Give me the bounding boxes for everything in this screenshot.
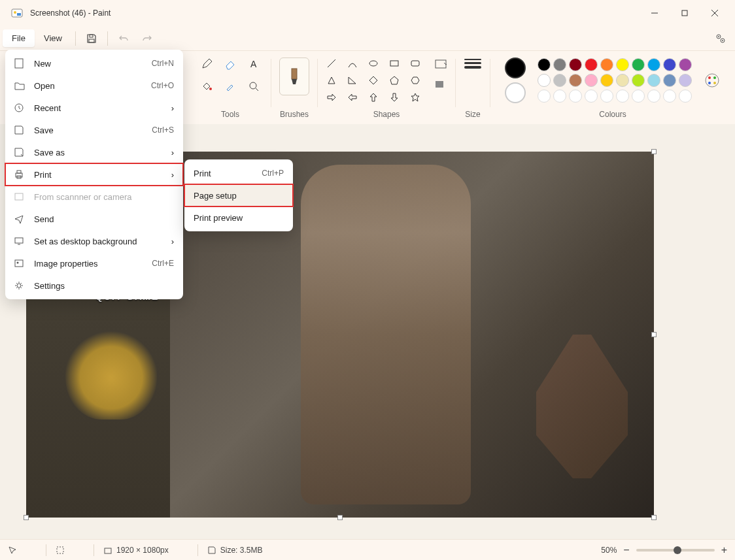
svg-rect-29 bbox=[436, 81, 443, 88]
shape-arrow-down-icon[interactable] bbox=[388, 91, 400, 103]
shape-star-icon[interactable] bbox=[409, 91, 421, 103]
fill-icon[interactable] bbox=[200, 80, 213, 93]
color-swatch[interactable] bbox=[600, 90, 613, 103]
redo-icon[interactable] bbox=[135, 29, 159, 48]
color-swatch[interactable] bbox=[600, 74, 613, 87]
close-button[interactable] bbox=[700, 3, 730, 24]
svg-point-32 bbox=[713, 76, 716, 79]
new-file-icon bbox=[14, 58, 26, 69]
svg-line-18 bbox=[328, 59, 335, 67]
shape-arrow-right-icon[interactable] bbox=[326, 91, 337, 103]
resize-handle[interactable] bbox=[651, 149, 657, 154]
zoom-in-button[interactable]: + bbox=[721, 544, 727, 556]
color-swatch[interactable] bbox=[585, 90, 598, 103]
color-swatch[interactable] bbox=[585, 74, 598, 87]
menu-item-settings[interactable]: Settings bbox=[5, 274, 183, 297]
color-swatch[interactable] bbox=[647, 74, 660, 87]
color-swatch[interactable] bbox=[569, 90, 582, 103]
color-swatch[interactable] bbox=[553, 74, 566, 87]
color-swatch[interactable] bbox=[553, 90, 566, 103]
shape-line-icon[interactable] bbox=[326, 58, 337, 69]
color-swatch[interactable] bbox=[663, 90, 676, 103]
color-swatch[interactable] bbox=[632, 74, 645, 87]
undo-icon[interactable] bbox=[112, 29, 135, 48]
menu-item-new[interactable]: NewCtrl+N bbox=[5, 52, 183, 74]
zoom-slider[interactable] bbox=[636, 549, 715, 552]
resize-handle[interactable] bbox=[651, 515, 657, 520]
minimize-button[interactable] bbox=[640, 3, 670, 24]
shape-diamond-icon[interactable] bbox=[368, 74, 379, 86]
color-swatch[interactable] bbox=[616, 58, 629, 71]
zoom-out-button[interactable]: − bbox=[623, 544, 629, 556]
resize-handle[interactable] bbox=[337, 515, 343, 520]
shapes-grid[interactable] bbox=[326, 58, 422, 103]
shape-rect-icon[interactable] bbox=[388, 58, 400, 69]
color-swatch[interactable] bbox=[569, 58, 582, 71]
color-swatch[interactable] bbox=[538, 58, 551, 71]
submenu-item-print[interactable]: PrintCtrl+P bbox=[184, 162, 293, 184]
color-swatch[interactable] bbox=[600, 58, 613, 71]
color-swatch[interactable] bbox=[647, 90, 660, 103]
chevron-right-icon: › bbox=[171, 103, 174, 113]
menu-item-open[interactable]: OpenCtrl+O bbox=[5, 74, 183, 97]
color-swatch[interactable] bbox=[616, 74, 629, 87]
resize-handle[interactable] bbox=[24, 515, 29, 520]
color-swatch[interactable] bbox=[538, 90, 551, 103]
brush-selector[interactable] bbox=[279, 58, 309, 95]
color-swatch[interactable] bbox=[553, 58, 566, 71]
menu-item-print[interactable]: Print› bbox=[5, 163, 183, 186]
color-swatch[interactable] bbox=[632, 58, 645, 71]
settings-icon[interactable] bbox=[709, 29, 732, 48]
color-swatch[interactable] bbox=[585, 58, 598, 71]
shape-triangle-icon[interactable] bbox=[347, 74, 358, 86]
shape-roundrect-icon[interactable] bbox=[409, 58, 421, 69]
menu-file[interactable]: File bbox=[3, 29, 35, 47]
color-swatch[interactable] bbox=[616, 90, 629, 103]
color-swatch[interactable] bbox=[679, 74, 692, 87]
color-swatch[interactable] bbox=[538, 74, 551, 87]
color-swatch[interactable] bbox=[632, 90, 645, 103]
eraser-icon[interactable] bbox=[224, 58, 237, 71]
shape-outline-icon[interactable] bbox=[434, 58, 447, 71]
folder-open-icon bbox=[14, 81, 26, 90]
shape-pentagon-icon[interactable] bbox=[388, 74, 400, 86]
color-swatch[interactable] bbox=[663, 58, 676, 71]
color-swatch[interactable] bbox=[663, 74, 676, 87]
color-secondary[interactable] bbox=[505, 82, 526, 103]
svg-rect-28 bbox=[436, 60, 446, 68]
save-icon[interactable] bbox=[80, 29, 103, 48]
shape-arrow-up-icon[interactable] bbox=[368, 91, 379, 103]
submenu-item-print-preview[interactable]: Print preview bbox=[184, 206, 293, 229]
menu-item-send[interactable]: Send bbox=[5, 208, 183, 230]
shape-oval-icon[interactable] bbox=[368, 58, 379, 69]
menu-item-image-properties[interactable]: Image propertiesCtrl+E bbox=[5, 252, 183, 274]
resize-handle[interactable] bbox=[651, 332, 657, 337]
color-primary[interactable] bbox=[505, 58, 526, 78]
text-icon[interactable]: A bbox=[247, 58, 260, 71]
shape-hexagon-icon[interactable] bbox=[409, 74, 421, 86]
submenu-item-page-setup[interactable]: Page setup bbox=[184, 184, 293, 206]
canvas-content-figure bbox=[301, 165, 471, 504]
size-selector[interactable] bbox=[464, 58, 482, 69]
color-swatch[interactable] bbox=[679, 58, 692, 71]
color-swatch[interactable] bbox=[679, 90, 692, 103]
magnifier-icon[interactable] bbox=[247, 80, 260, 93]
maximize-button[interactable] bbox=[670, 3, 700, 24]
canvas-content-axe bbox=[536, 335, 628, 478]
shape-arrow-left-icon[interactable] bbox=[347, 91, 358, 103]
color-swatch[interactable] bbox=[647, 58, 660, 71]
eyedropper-icon[interactable] bbox=[224, 80, 237, 93]
menu-item-save[interactable]: SaveCtrl+S bbox=[5, 119, 183, 141]
shape-polygon-icon[interactable] bbox=[326, 74, 337, 86]
menu-item-recent[interactable]: Recent› bbox=[5, 97, 183, 119]
pencil-icon[interactable] bbox=[200, 58, 213, 71]
edit-colors-icon[interactable] bbox=[704, 72, 721, 89]
menu-item-desktop-background[interactable]: Set as desktop background› bbox=[5, 230, 183, 252]
menu-item-save-as[interactable]: Save as› bbox=[5, 141, 183, 163]
color-swatch[interactable] bbox=[569, 74, 582, 87]
svg-rect-2 bbox=[17, 13, 21, 16]
file-menu: NewCtrl+N OpenCtrl+O Recent› SaveCtrl+S … bbox=[5, 50, 183, 299]
shape-curve-icon[interactable] bbox=[347, 58, 358, 69]
menu-view[interactable]: View bbox=[35, 29, 71, 47]
shape-fill-icon[interactable] bbox=[434, 78, 447, 91]
